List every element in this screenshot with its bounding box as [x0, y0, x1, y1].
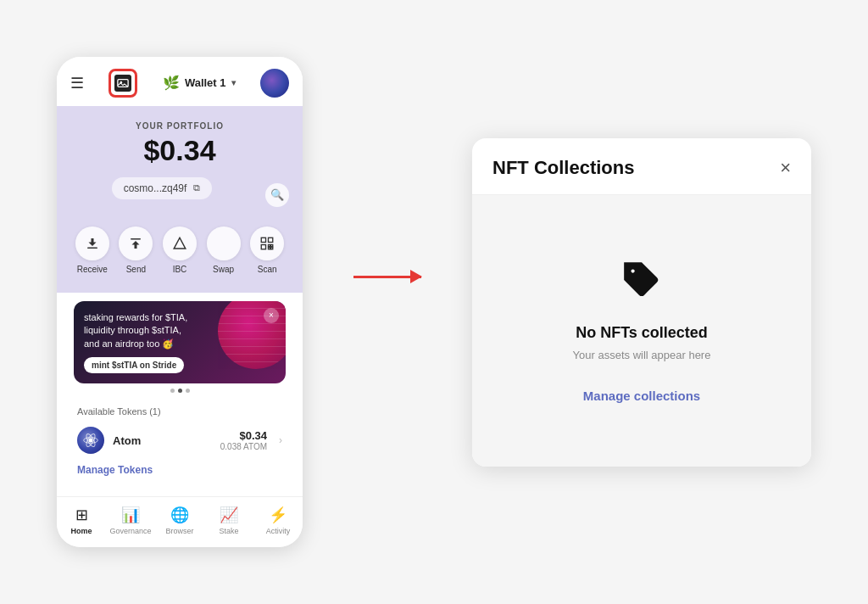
- stake-label: Stake: [219, 527, 238, 535]
- portfolio-label: YOUR PORTFOLIO: [70, 121, 289, 131]
- action-scan[interactable]: Scan: [250, 226, 284, 274]
- scan-label: Scan: [258, 265, 277, 274]
- scan-icon: [259, 236, 275, 251]
- token-name: Atom: [113, 434, 212, 447]
- phone-header: ☰ 🌿 Wallet 1 ▾: [57, 57, 303, 106]
- wallet-cloud-icon: 🌿: [163, 75, 180, 91]
- nft-panel-body: No NFTs collected Your assets will appea…: [472, 195, 811, 467]
- swap-label: Swap: [213, 265, 234, 274]
- banner-text: staking rewards for $TIA,liquidity throu…: [84, 311, 275, 350]
- atom-icon: [77, 427, 104, 454]
- swap-icon: [216, 236, 231, 251]
- action-ibc[interactable]: IBC: [163, 226, 197, 274]
- chevron-down-icon: ▾: [231, 78, 236, 87]
- banner-dot-1: [170, 389, 175, 393]
- copy-icon[interactable]: ⧉: [193, 182, 200, 193]
- browser-label: Browser: [165, 527, 193, 535]
- action-swap[interactable]: Swap: [207, 226, 241, 274]
- nav-home[interactable]: ⊞ Home: [57, 506, 106, 535]
- activity-label: Activity: [266, 527, 291, 535]
- portfolio-amount: $0.34: [70, 134, 289, 167]
- arrow-body: [353, 276, 421, 278]
- nft-image-button[interactable]: [108, 69, 137, 98]
- receive-icon: [85, 236, 100, 251]
- nft-panel: NFT Collections × No NFTs collected Your…: [472, 138, 811, 467]
- receive-icon-circle: [75, 226, 109, 260]
- phone-mockup: ☰ 🌿 Wallet 1 ▾ YOUR PORTFOLIO $0.34 cosm…: [57, 57, 303, 547]
- action-receive[interactable]: Receive: [75, 226, 109, 274]
- governance-label: Governance: [109, 527, 151, 535]
- svg-rect-8: [269, 244, 270, 246]
- svg-marker-4: [174, 238, 186, 249]
- search-button[interactable]: 🔍: [265, 183, 289, 207]
- tokens-header: Available Tokens (1): [77, 406, 282, 417]
- svg-rect-7: [261, 244, 265, 249]
- banner-close-button[interactable]: ×: [264, 308, 279, 323]
- scan-icon-circle: [250, 226, 284, 260]
- nft-panel-title: NFT Collections: [492, 157, 634, 179]
- manage-collections-button[interactable]: Manage collections: [583, 389, 700, 403]
- stake-icon: 📈: [220, 506, 238, 524]
- address-text: cosmo...zq49f: [124, 182, 187, 194]
- manage-tokens-link[interactable]: Manage Tokens: [77, 457, 282, 479]
- hamburger-icon[interactable]: ☰: [70, 74, 84, 92]
- nav-activity[interactable]: ⚡ Activity: [253, 506, 303, 535]
- receive-label: Receive: [77, 265, 108, 274]
- send-icon: [128, 236, 143, 251]
- actions-row: Receive Send IBC Swap: [70, 226, 289, 274]
- tag-icon-svg: [620, 259, 663, 301]
- token-row[interactable]: Atom $0.34 0.038 ATOM ›: [77, 423, 282, 457]
- banner-cta-button[interactable]: mint $stTIA on Stride: [84, 357, 184, 373]
- ibc-label: IBC: [173, 265, 187, 274]
- nav-browser[interactable]: 🌐 Browser: [155, 506, 204, 535]
- portfolio-section: YOUR PORTFOLIO $0.34 cosmo...zq49f ⧉ 🔍 R…: [57, 106, 303, 293]
- banner: staking rewards for $TIA,liquidity throu…: [74, 301, 286, 383]
- arrow-section: [353, 276, 421, 278]
- wallet-selector[interactable]: 🌿 Wallet 1 ▾: [163, 75, 236, 91]
- tokens-section: Available Tokens (1) Atom $0.34 0.038 AT…: [65, 398, 294, 488]
- svg-rect-6: [269, 238, 273, 242]
- home-label: Home: [70, 527, 92, 535]
- nav-governance[interactable]: 📊 Governance: [106, 506, 155, 535]
- swap-icon-circle: [207, 226, 241, 260]
- token-usd: $0.34: [220, 429, 267, 442]
- svg-rect-2: [87, 247, 97, 249]
- browser-icon: 🌐: [170, 506, 189, 524]
- action-send[interactable]: Send: [119, 226, 153, 274]
- svg-rect-10: [269, 247, 270, 249]
- svg-rect-3: [131, 238, 141, 240]
- nft-tag-icon: [620, 259, 663, 309]
- nav-stake[interactable]: 📈 Stake: [204, 506, 253, 535]
- banner-text-area: staking rewards for $TIA,liquidity throu…: [84, 311, 275, 373]
- image-icon: [117, 77, 129, 89]
- ibc-icon-circle: [163, 226, 197, 260]
- send-icon-circle: [119, 226, 153, 260]
- banner-dot-3: [186, 389, 190, 393]
- home-icon: ⊞: [75, 506, 88, 524]
- send-label: Send: [126, 265, 146, 274]
- svg-rect-11: [271, 247, 273, 249]
- activity-icon: ⚡: [269, 506, 287, 524]
- ibc-icon: [172, 236, 187, 251]
- wallet-name: Wallet 1: [185, 76, 226, 89]
- token-chevron-icon: ›: [279, 434, 282, 446]
- governance-icon: 📊: [121, 506, 140, 524]
- bottom-nav: ⊞ Home 📊 Governance 🌐 Browser 📈 Stake ⚡ …: [57, 496, 303, 547]
- nft-close-button[interactable]: ×: [780, 159, 791, 177]
- atom-symbol: [82, 432, 99, 449]
- token-amount: $0.34 0.038 ATOM: [220, 429, 267, 451]
- nft-panel-header: NFT Collections ×: [472, 138, 811, 195]
- nft-empty-title: No NFTs collected: [576, 324, 708, 342]
- banner-dots: [65, 389, 294, 393]
- address-bar: cosmo...zq49f ⧉: [112, 177, 213, 199]
- svg-rect-5: [261, 238, 265, 242]
- token-qty: 0.038 ATOM: [220, 442, 267, 451]
- svg-point-12: [89, 439, 93, 443]
- banner-container: staking rewards for $TIA,liquidity throu…: [65, 301, 294, 393]
- avatar[interactable]: [260, 69, 289, 98]
- nft-empty-sub: Your assets will appear here: [573, 349, 711, 361]
- banner-dot-2: [178, 389, 182, 393]
- svg-rect-9: [271, 244, 273, 246]
